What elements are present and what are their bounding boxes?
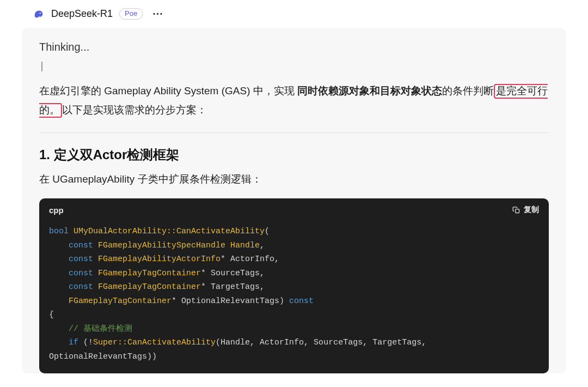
assistant-response: Thinking... 在虚幻引擎的 Gameplay Ability Syst… (22, 28, 566, 373)
bot-avatar-icon (33, 8, 45, 20)
copy-label: 复制 (524, 205, 539, 215)
platform-badge[interactable]: Poe (119, 8, 143, 20)
code-content[interactable]: bool UMyDualActorAbility::CanActivateAbi… (39, 221, 549, 373)
code-language-label: cpp (49, 205, 64, 215)
thinking-indicator: Thinking... (39, 41, 549, 53)
section-1-title: 1. 定义双Actor检测框架 (39, 146, 549, 164)
copy-icon (512, 206, 520, 214)
code-block: cpp 复制 bool UMyDualActorAbility::CanActi… (39, 198, 549, 373)
intro-paragraph: 在虚幻引擎的 Gameplay Ability System (GAS) 中，实… (39, 81, 549, 119)
bot-name: DeepSeek-R1 (51, 8, 113, 20)
section-divider (39, 132, 549, 133)
chat-header: DeepSeek-R1 Poe ··· (0, 0, 588, 28)
copy-code-button[interactable]: 复制 (512, 205, 539, 215)
intro-post: 以下是实现该需求的分步方案： (62, 104, 207, 116)
code-header: cpp 复制 (39, 198, 549, 221)
intro-bold: 同时依赖源对象和目标对象状态 (297, 85, 442, 96)
thinking-caret (39, 61, 549, 71)
more-options-icon[interactable]: ··· (152, 8, 163, 20)
intro-pre: 在虚幻引擎的 Gameplay Ability System (GAS) 中，实… (39, 85, 297, 96)
intro-mid: 的条件判断 (442, 85, 494, 96)
thinking-label: Thinking... (39, 41, 89, 53)
section-1-desc: 在 UGameplayAbility 子类中扩展条件检测逻辑： (39, 172, 549, 186)
svg-rect-1 (516, 209, 519, 213)
svg-point-0 (40, 13, 41, 14)
